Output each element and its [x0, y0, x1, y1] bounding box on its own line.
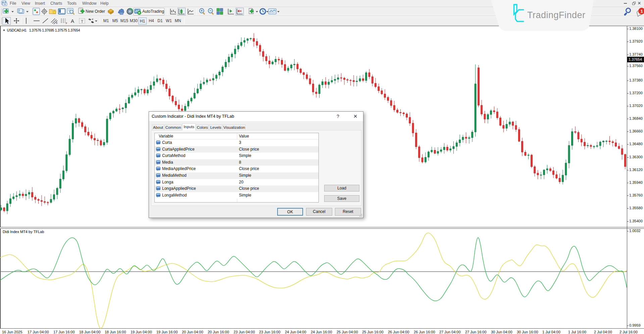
svg-text:123: 123	[156, 155, 160, 157]
svg-text:T: T	[81, 19, 83, 23]
svg-text:A: A	[71, 18, 74, 24]
svg-text:W: W	[4, 3, 6, 5]
svg-text:123: 123	[156, 161, 160, 163]
svg-text:123: 123	[156, 175, 160, 177]
svg-text:123: 123	[156, 181, 160, 183]
svg-text:123: 123	[156, 194, 160, 196]
svg-text:123: 123	[156, 148, 160, 150]
svg-text:123: 123	[156, 168, 160, 170]
svg-text:E: E	[56, 22, 58, 24]
svg-text:1: 1	[640, 9, 643, 14]
svg-text:F: F	[66, 22, 67, 24]
svg-text:123: 123	[156, 188, 160, 190]
svg-text:123: 123	[156, 142, 160, 144]
